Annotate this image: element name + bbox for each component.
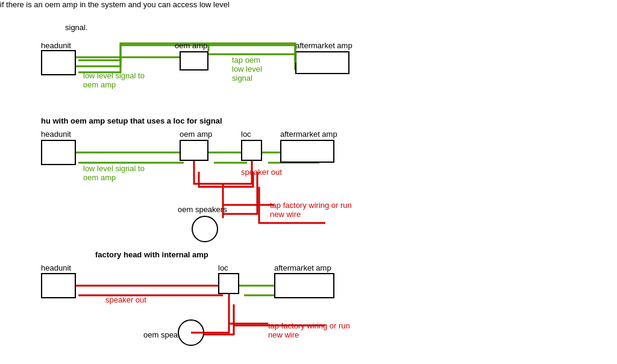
section2-speaker-out-label: speaker out <box>241 168 282 177</box>
section1-headunit-box <box>41 50 76 75</box>
section1-aftermarket-amp-box <box>295 51 349 74</box>
section2-oem-amp-label: oem amp <box>180 130 212 139</box>
section2-headunit-label: headunit <box>41 130 71 139</box>
section1-oem-amp-label: oem amp <box>175 41 207 50</box>
section1-note: if there is an oem amp in the system and… <box>0 0 230 9</box>
section1-note2: signal. <box>65 23 88 32</box>
section1-low-level-label: low level signal tooem amp <box>83 71 145 89</box>
diagram-container: if there is an oem amp in the system and… <box>0 0 617 364</box>
section3-aftermarket-amp-label: aftermarket amp <box>274 263 331 272</box>
section2-aftermarket-amp-label: aftermarket amp <box>280 130 337 139</box>
section2-low-level-label: low level signal tooem amp <box>83 164 145 182</box>
section2-oem-speakers-circle <box>192 216 218 242</box>
section1-aftermarket-amp-label: aftermarket amp <box>295 41 352 50</box>
section3-aftermarket-amp-box <box>274 273 334 298</box>
section2-loc-label: loc <box>241 130 251 139</box>
section2-aftermarket-amp-box <box>280 140 334 163</box>
section1-oem-amp-box <box>180 51 208 71</box>
section2-oem-amp-box <box>180 140 208 161</box>
section1-headunit-label: headunit <box>41 41 71 50</box>
section3-oem-speakers-circle <box>178 319 204 346</box>
section3-title: factory head with internal amp <box>95 250 208 259</box>
section2-tap-factory-label: tap factory wiring or runnew wire <box>270 201 352 219</box>
section3-headunit-box <box>41 273 76 298</box>
section2-headunit-box <box>41 140 76 165</box>
section3-loc-box <box>218 273 239 294</box>
section2-oem-speakers-label: oem speakers <box>178 205 227 214</box>
section3-loc-label: loc <box>218 263 228 272</box>
section3-headunit-label: headunit <box>41 263 71 272</box>
section1-tap-oem-label: tap oemlow levelsignal <box>232 55 262 83</box>
section2-title: hu with oem amp setup that uses a loc fo… <box>41 116 222 125</box>
section3-speaker-out-label: speaker out <box>105 295 146 304</box>
section2-loc-box <box>241 140 262 161</box>
section3-tap-factory-label: tap factory wiring or runnew wire <box>268 321 350 339</box>
